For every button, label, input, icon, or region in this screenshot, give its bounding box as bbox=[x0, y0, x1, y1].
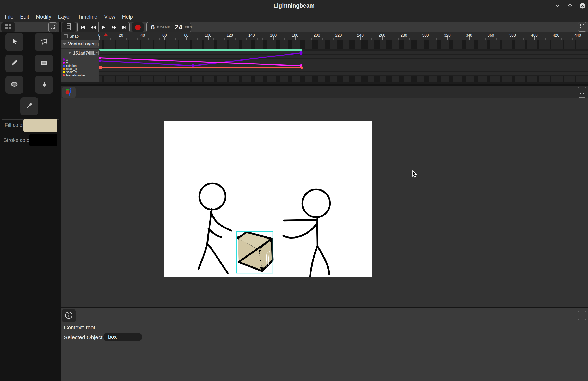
paint-bucket-icon bbox=[40, 80, 48, 90]
timeline-expand-button[interactable] bbox=[578, 22, 586, 32]
ruler-label: 140 bbox=[248, 33, 255, 37]
ruler-tick bbox=[99, 37, 100, 40]
menu-item-timeline[interactable]: Timeline bbox=[75, 11, 101, 22]
ruler-tick bbox=[491, 37, 491, 40]
keyframe-dot[interactable] bbox=[99, 57, 101, 59]
ruler-label: 400 bbox=[531, 33, 537, 37]
skip-to-start-button[interactable] bbox=[78, 22, 88, 32]
snap-checkbox[interactable] bbox=[64, 34, 68, 38]
menu-item-modify[interactable]: Modify bbox=[33, 11, 55, 22]
ruler-label: 340 bbox=[466, 33, 472, 37]
rectangle-tool-button[interactable] bbox=[35, 55, 53, 72]
property-color-dot bbox=[63, 74, 65, 76]
ruler-tick bbox=[230, 37, 230, 40]
ruler-label: 100 bbox=[205, 33, 211, 37]
pencil-tool-button[interactable] bbox=[5, 55, 23, 72]
ruler-label: 260 bbox=[379, 33, 385, 37]
fast-forward-button[interactable] bbox=[109, 22, 119, 32]
inspector-expand-button[interactable] bbox=[578, 311, 586, 320]
menu-item-file[interactable]: File bbox=[2, 11, 17, 22]
ruler-label: 440 bbox=[574, 33, 581, 37]
property-row-framenumber[interactable]: frameNumber bbox=[61, 74, 99, 77]
toolbar-expand-button[interactable] bbox=[48, 22, 57, 32]
keyframe-square-button[interactable] bbox=[89, 51, 94, 55]
ruler-label: 40 bbox=[141, 33, 145, 37]
ruler-label: 360 bbox=[488, 33, 494, 37]
selected-object-input[interactable] bbox=[103, 333, 142, 341]
timeline-ruler[interactable]: Snap 02040608010012014016018020022024026… bbox=[61, 32, 588, 40]
transform-tool-button[interactable] bbox=[35, 33, 53, 51]
ruler-label: 380 bbox=[509, 33, 516, 37]
ruler-tick bbox=[426, 37, 426, 40]
canvas-expand-button[interactable] bbox=[578, 87, 586, 98]
tween-tilde-button[interactable]: ~ bbox=[95, 51, 99, 55]
select-tool-button[interactable] bbox=[5, 33, 23, 51]
fps-value[interactable]: 24 bbox=[175, 23, 182, 31]
timeline-header: 6 FRAME 24 FPS bbox=[61, 22, 588, 32]
film-button[interactable] bbox=[62, 22, 76, 32]
tool-grid-button[interactable] bbox=[1, 22, 15, 32]
ruler-tick bbox=[556, 37, 556, 40]
menu-item-edit[interactable]: Edit bbox=[17, 11, 32, 22]
ruler-tick bbox=[164, 37, 165, 40]
ruler-tick bbox=[121, 37, 121, 40]
inspector-panel: Context: root Selected Object bbox=[61, 308, 588, 381]
timeline-panel: 6 FRAME 24 FPS Snap 02040608010012014016… bbox=[61, 22, 588, 84]
minimize-icon[interactable] bbox=[554, 2, 561, 9]
property-name: frameNumber bbox=[66, 74, 85, 77]
frame-value[interactable]: 6 bbox=[151, 23, 155, 31]
box-object[interactable] bbox=[236, 232, 273, 273]
layer-row-vectorlayer[interactable]: VectorLayer[L] bbox=[61, 40, 99, 49]
maximize-icon[interactable] bbox=[567, 2, 573, 9]
fill-color-swatch[interactable] bbox=[23, 119, 57, 132]
menu-item-layer[interactable]: Layer bbox=[55, 11, 75, 22]
paint-bucket-tool-button[interactable] bbox=[35, 76, 53, 94]
info-button[interactable] bbox=[62, 309, 76, 322]
ruler-label: 120 bbox=[226, 33, 233, 37]
collapse-triangle-icon[interactable] bbox=[68, 52, 71, 54]
keyframe-dot[interactable] bbox=[99, 60, 101, 62]
stroke-color-swatch[interactable] bbox=[29, 134, 57, 146]
mouse-cursor bbox=[411, 170, 418, 180]
cursor-arrow-icon bbox=[10, 37, 19, 47]
panel-gutter bbox=[61, 84, 588, 86]
transform-path-icon bbox=[40, 37, 48, 47]
collapse-triangle-icon[interactable] bbox=[63, 43, 66, 45]
ellipse-tool-button[interactable] bbox=[5, 76, 23, 94]
ruler-label: 280 bbox=[401, 33, 407, 37]
rewind-button[interactable] bbox=[88, 22, 99, 32]
close-icon[interactable] bbox=[579, 2, 586, 9]
record-button[interactable] bbox=[132, 22, 144, 32]
ruler-tick bbox=[469, 37, 470, 40]
film-strip-icon bbox=[66, 23, 72, 32]
ruler-label: 20 bbox=[119, 33, 123, 37]
timeline-content: VectorLayer[L] 151ad70a... ~ xyrotations… bbox=[61, 40, 588, 82]
property-color-dot bbox=[63, 68, 65, 70]
frames-area[interactable] bbox=[99, 40, 588, 82]
ruler-tick bbox=[382, 37, 383, 40]
ruler-tick bbox=[295, 37, 296, 40]
skip-to-end-button[interactable] bbox=[119, 22, 129, 32]
ruler-tick bbox=[339, 37, 339, 40]
left-toolbar-panel: Fill color: Stroke color: bbox=[0, 22, 61, 381]
layer-badge: [L] bbox=[95, 42, 99, 46]
keyframe-dot[interactable] bbox=[300, 51, 303, 55]
keyframe-dot[interactable] bbox=[300, 66, 303, 69]
snap-label: Snap bbox=[70, 34, 79, 38]
ruler-tick bbox=[447, 37, 448, 40]
ruler-label: 240 bbox=[357, 33, 364, 37]
menu-item-help[interactable]: Help bbox=[119, 11, 136, 22]
eyedropper-tool-button[interactable] bbox=[20, 97, 38, 115]
titlebar: Lightningbeam bbox=[0, 0, 588, 11]
rectangle-icon bbox=[40, 58, 48, 68]
canvas-tab-button[interactable] bbox=[62, 87, 76, 98]
keyframe-dot[interactable] bbox=[99, 66, 102, 69]
stick-figure-left[interactable] bbox=[199, 183, 231, 273]
stick-figure-right[interactable] bbox=[283, 189, 330, 277]
window-controls bbox=[554, 0, 586, 11]
play-button[interactable] bbox=[98, 22, 109, 32]
menu-item-view[interactable]: View bbox=[101, 11, 119, 22]
fullscreen-icon bbox=[580, 313, 584, 318]
fullscreen-icon bbox=[580, 90, 584, 95]
ruler-tick bbox=[513, 37, 513, 40]
